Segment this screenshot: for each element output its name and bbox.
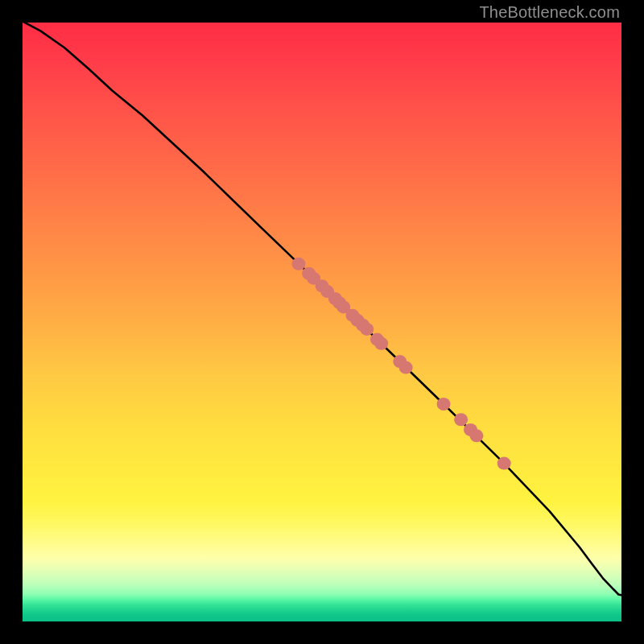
data-point [497,457,511,470]
data-point [454,413,468,426]
data-point [437,398,451,411]
data-point [360,323,374,336]
data-point [291,258,305,270]
curve-line [23,23,621,595]
chart-stage: TheBottleneck.com [0,0,644,644]
plot-area [23,23,621,621]
plot-svg [23,23,621,621]
data-point [374,337,388,350]
watermark-text: TheBottleneck.com [479,3,620,22]
highlight-points-group [291,258,510,470]
data-point [469,429,483,442]
data-point [399,361,413,374]
